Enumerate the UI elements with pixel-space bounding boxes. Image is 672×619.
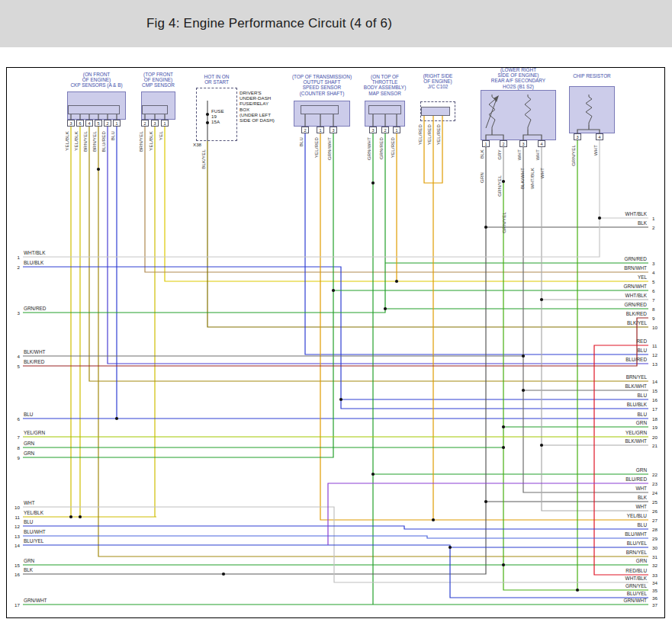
left-terminal-8: 8	[9, 445, 20, 451]
wire-label: GRN/WHT	[326, 137, 333, 160]
wire-label: BLK/RED	[577, 311, 647, 316]
wire-label: BLK	[577, 495, 647, 500]
wire-label: GRN/RED	[577, 302, 647, 307]
right-terminal-16: 16	[652, 397, 658, 403]
wire-label: BLU/WHT	[577, 531, 647, 537]
right-terminal-20: 20	[652, 435, 658, 440]
right-terminal-35: 35	[652, 588, 658, 593]
wire-label: YEL/BLK	[148, 131, 154, 151]
wire-label: BLK/WHT	[577, 383, 647, 389]
wire-label: BLU	[577, 412, 647, 417]
wire-label: GRN/WHT	[24, 598, 47, 603]
right-terminal-1: 1	[652, 216, 654, 221]
wire-label: WHT/BLK	[577, 211, 647, 216]
wire-label: BLK/YEL	[201, 149, 207, 169]
rear-af-secondary-ho2s-pin-2: 2	[500, 140, 507, 147]
wire-label: BLK/YEL	[577, 320, 647, 326]
wire-label: YEL/RED	[390, 137, 396, 158]
wire-label: BLK/WHT	[519, 168, 526, 189]
wire-label: BLU/YEL	[577, 591, 647, 596]
right-terminal-36: 36	[652, 595, 658, 601]
wire-label: BLU	[110, 131, 116, 140]
right-terminal-12: 12	[652, 352, 658, 358]
ckp-sensors-pin-5: 5	[95, 120, 102, 127]
right-terminal-21: 21	[652, 443, 658, 448]
wire-label: BLU	[577, 393, 647, 398]
wire-label: GRY	[497, 149, 503, 160]
wire-label: WHT	[516, 149, 522, 160]
left-terminal-5: 5	[9, 364, 20, 369]
wire-label: YEL/BLK	[24, 510, 43, 515]
left-terminal-6: 6	[9, 416, 20, 422]
wire-label: YEL/RED	[417, 124, 423, 145]
wire-label: GRN	[479, 172, 485, 183]
wire-label: BLU/YEL	[577, 540, 647, 546]
wire-label: GRN	[577, 420, 647, 425]
chip-resistor-pin-4: 4	[596, 133, 603, 140]
left-terminal-10: 10	[9, 505, 20, 510]
ckp-sensors-pin-3: 3	[67, 120, 75, 127]
ckp-sensors-pin-1: 1	[113, 120, 121, 127]
wire-label: BLK	[479, 149, 485, 159]
right-terminal-22: 22	[652, 472, 658, 477]
ckp-sensors-pin-6: 6	[76, 120, 84, 127]
wire-label: GRN/WHT	[577, 284, 647, 289]
wire-label: YEL	[158, 131, 164, 140]
right-terminal-19: 19	[652, 425, 658, 430]
wire-label: BRN/WHT	[577, 265, 647, 271]
underdash-fuse-box-label: HOT IN ON OR START	[163, 74, 270, 85]
right-terminal-23: 23	[652, 481, 658, 486]
right-terminal-32: 32	[652, 563, 658, 568]
wire-label: BLU	[24, 519, 33, 524]
right-terminal-7: 7	[652, 297, 654, 303]
right-terminal-27: 27	[652, 518, 658, 523]
right-terminal-11: 11	[652, 343, 657, 348]
wire-label: RED	[577, 338, 647, 344]
wire-label: WHT	[577, 504, 647, 509]
wire-label: BLK/WHT	[577, 438, 647, 444]
left-terminal-11: 11	[9, 515, 20, 520]
rear-af-secondary-ho2s-pin-3: 3	[519, 140, 527, 147]
wire-label: WHT	[577, 486, 647, 491]
left-terminal-12: 12	[9, 524, 20, 529]
right-terminal-15: 15	[652, 388, 658, 393]
right-terminal-6: 6	[652, 288, 654, 293]
wire-label: WHT	[539, 168, 545, 178]
wire-label: BLU/YEL	[24, 538, 43, 544]
output-shaft-speed-sensor-pin-3: 3	[330, 127, 337, 133]
wire-label: YEL	[577, 274, 647, 280]
right-terminal-3: 3	[652, 261, 654, 266]
wire-label: YEL/RED	[313, 137, 320, 158]
wire-label: GRN/WHT	[577, 598, 647, 603]
wire-label: BLK	[24, 567, 33, 572]
right-terminal-34: 34	[652, 580, 658, 585]
right-terminal-37: 37	[652, 602, 658, 608]
left-terminal-1: 1	[9, 255, 20, 260]
wire-label: BLU	[577, 522, 647, 528]
cmp-sensor-pin-2: 2	[141, 120, 149, 127]
cmp-sensor-pin-3: 3	[151, 120, 159, 127]
right-terminal-24: 24	[652, 490, 658, 496]
labels-layer: (ON FRONT OF ENGINE) CKP SENSORS (A & B)…	[0, 0, 672, 619]
right-terminal-30: 30	[652, 545, 658, 550]
right-terminal-13: 13	[652, 361, 658, 367]
wire-label: GRN	[24, 441, 34, 446]
right-terminal-10: 10	[652, 325, 658, 330]
wire-label: YEL/BLU	[577, 513, 647, 518]
map-sensor-pin-1: 1	[393, 127, 400, 133]
wire-label: WHT/BLK	[529, 168, 535, 189]
output-shaft-speed-sensor-pin-1: 1	[317, 127, 324, 133]
map-sensor-pin-2: 2	[381, 127, 389, 133]
wire-label: WHT	[593, 145, 599, 156]
right-terminal-28: 28	[652, 527, 658, 532]
fuse-rating: 15A	[211, 119, 220, 124]
wire-label: BLU/BLK	[577, 402, 647, 407]
left-terminal-7: 7	[9, 435, 20, 440]
left-terminal-15: 15	[9, 563, 20, 568]
wire-label: GRN/RED	[577, 256, 647, 261]
wire-label: BRN/YEL	[577, 550, 647, 555]
wire-label: WHT/BLK	[577, 576, 647, 581]
wiring-diagram-page: Fig 4: Engine Performance Circuit (4 of …	[0, 0, 672, 619]
output-shaft-speed-sensor-pin-2: 2	[301, 127, 309, 133]
right-terminal-31: 31	[652, 554, 658, 560]
